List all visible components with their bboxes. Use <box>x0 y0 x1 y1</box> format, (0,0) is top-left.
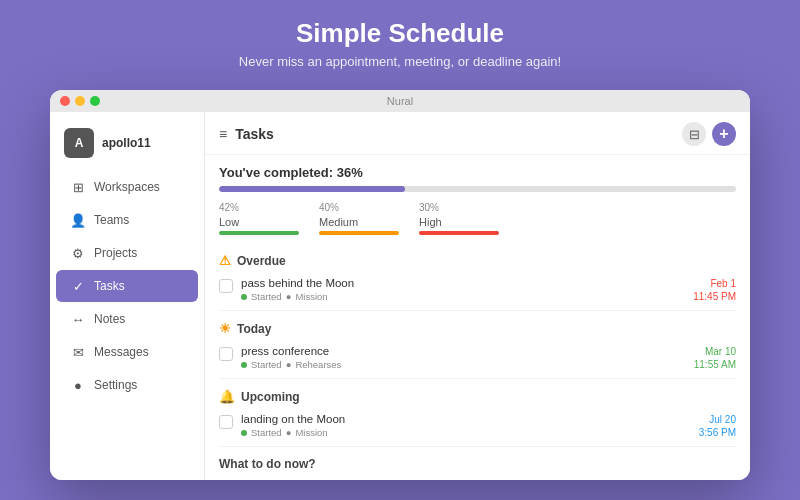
task-checkbox[interactable] <box>219 347 233 361</box>
today-icon: ☀ <box>219 321 231 336</box>
what-to-do-section: What to do now? <box>205 449 750 475</box>
task-status: Started <box>251 291 282 302</box>
stat-low-bar <box>219 231 299 235</box>
status-dot <box>241 294 247 300</box>
stat-medium-label: Medium <box>319 216 399 228</box>
divider <box>219 310 736 311</box>
maximize-button[interactable] <box>90 96 100 106</box>
sidebar-item-notes[interactable]: ↔ Notes <box>56 303 198 335</box>
username: apollo11 <box>102 136 151 150</box>
stat-medium: 40% Medium <box>319 202 399 235</box>
section-today-label: Today <box>237 322 271 336</box>
completed-label: You've completed: 36% <box>219 165 736 180</box>
task-tag: Rehearses <box>295 359 341 370</box>
app-subtitle: Never miss an appointment, meeting, or d… <box>0 53 800 71</box>
sidebar-item-tasks[interactable]: ✓ Tasks <box>56 270 198 302</box>
user-section: A apollo11 <box>50 124 204 170</box>
sidebar-label-notes: Notes <box>94 312 125 326</box>
traffic-lights <box>60 96 100 106</box>
add-task-button[interactable]: + <box>712 122 736 146</box>
task-item[interactable]: press conference Started ● Rehearses Mar… <box>205 340 750 376</box>
sidebar-item-messages[interactable]: ✉ Messages <box>56 336 198 368</box>
header-actions: ⊟ + <box>682 122 736 146</box>
minimize-button[interactable] <box>75 96 85 106</box>
task-item[interactable]: landing on the Moon Started ● Mission Ju… <box>205 408 750 444</box>
task-item[interactable]: ensure the prime and backup crews were a… <box>205 475 750 480</box>
avatar: A <box>64 128 94 158</box>
stat-low: 42% Low <box>219 202 299 235</box>
menu-icon: ≡ <box>219 126 227 142</box>
task-status: Started <box>251 427 282 438</box>
task-body: press conference Started ● Rehearses <box>241 345 686 370</box>
main-title-row: ≡ Tasks <box>219 126 274 142</box>
main-progress-fill <box>219 186 405 192</box>
sidebar-label-messages: Messages <box>94 345 149 359</box>
task-body: pass behind the Moon Started ● Mission <box>241 277 685 302</box>
task-meta: Started ● Mission <box>241 427 691 438</box>
sidebar-item-projects[interactable]: ⚙ Projects <box>56 237 198 269</box>
tag-dot: ● <box>286 359 292 370</box>
main-section-title: Tasks <box>235 126 274 142</box>
notes-icon: ↔ <box>70 311 86 327</box>
stat-medium-bar <box>319 231 399 235</box>
stats-section: You've completed: 36% 42% Low 40% Medium… <box>205 155 750 245</box>
sidebar-label-teams: Teams <box>94 213 129 227</box>
task-checkbox[interactable] <box>219 415 233 429</box>
filter-button[interactable]: ⊟ <box>682 122 706 146</box>
sidebar-item-workspaces[interactable]: ⊞ Workspaces <box>56 171 198 203</box>
sidebar-item-teams[interactable]: 👤 Teams <box>56 204 198 236</box>
sub-stats: 42% Low 40% Medium 30% High <box>219 202 736 235</box>
task-date: Mar 10 11:55 AM <box>694 345 736 371</box>
sidebar-label-workspaces: Workspaces <box>94 180 160 194</box>
section-overdue-label: Overdue <box>237 254 286 268</box>
task-tag: Mission <box>295 291 327 302</box>
stat-low-percent: 42% <box>219 202 299 213</box>
app-window: Nural A apollo11 ⊞ Workspaces 👤 Teams ⚙ … <box>50 90 750 480</box>
stat-high-percent: 30% <box>419 202 499 213</box>
projects-icon: ⚙ <box>70 245 86 261</box>
task-date: Feb 1 11:45 PM <box>693 277 736 303</box>
sidebar-label-tasks: Tasks <box>94 279 125 293</box>
section-overdue-header: ⚠ Overdue <box>205 245 750 272</box>
tag-dot: ● <box>286 427 292 438</box>
tag-dot: ● <box>286 291 292 302</box>
overdue-icon: ⚠ <box>219 253 231 268</box>
upcoming-icon: 🔔 <box>219 389 235 404</box>
task-date: Jul 20 3:56 PM <box>699 413 736 439</box>
sidebar-label-settings: Settings <box>94 378 137 392</box>
task-meta: Started ● Rehearses <box>241 359 686 370</box>
section-upcoming-label: Upcoming <box>241 390 300 404</box>
close-button[interactable] <box>60 96 70 106</box>
task-tag: Mission <box>295 427 327 438</box>
status-dot <box>241 430 247 436</box>
sidebar-item-settings[interactable]: ● Settings <box>56 369 198 401</box>
task-name: press conference <box>241 345 686 357</box>
main-header: ≡ Tasks ⊟ + <box>205 112 750 155</box>
stat-low-label: Low <box>219 216 299 228</box>
app-title: Simple Schedule <box>0 18 800 49</box>
main-content: ≡ Tasks ⊟ + You've completed: 36% 42% Lo… <box>205 112 750 480</box>
workspaces-icon: ⊞ <box>70 179 86 195</box>
task-name: pass behind the Moon <box>241 277 685 289</box>
task-meta: Started ● Mission <box>241 291 685 302</box>
messages-icon: ✉ <box>70 344 86 360</box>
divider <box>219 378 736 379</box>
task-name: landing on the Moon <box>241 413 691 425</box>
tasks-icon: ✓ <box>70 278 86 294</box>
task-body: landing on the Moon Started ● Mission <box>241 413 691 438</box>
sidebar: A apollo11 ⊞ Workspaces 👤 Teams ⚙ Projec… <box>50 112 205 480</box>
stat-high: 30% High <box>419 202 499 235</box>
section-today-header: ☀ Today <box>205 313 750 340</box>
title-bar: Nural <box>50 90 750 112</box>
stat-high-bar <box>419 231 499 235</box>
status-dot <box>241 362 247 368</box>
main-progress-bar <box>219 186 736 192</box>
task-status: Started <box>251 359 282 370</box>
teams-icon: 👤 <box>70 212 86 228</box>
app-header: Simple Schedule Never miss an appointmen… <box>0 0 800 83</box>
task-checkbox[interactable] <box>219 279 233 293</box>
section-upcoming-header: 🔔 Upcoming <box>205 381 750 408</box>
stat-medium-percent: 40% <box>319 202 399 213</box>
settings-icon: ● <box>70 377 86 393</box>
task-item[interactable]: pass behind the Moon Started ● Mission F… <box>205 272 750 308</box>
